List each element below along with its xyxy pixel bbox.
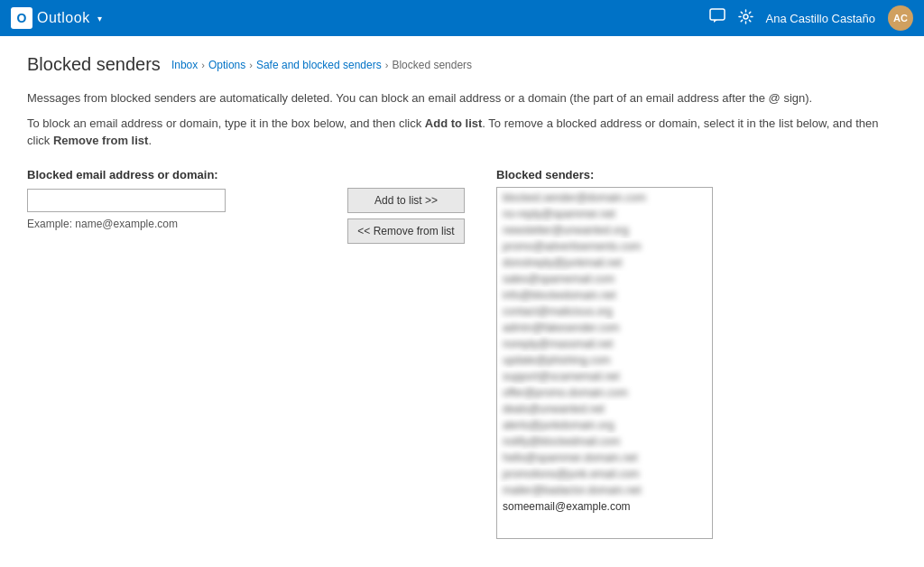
topbar-right: Ana Castillo Castaño AC — [709, 5, 913, 31]
list-item[interactable]: mailer@badactor.domain.net — [497, 482, 712, 498]
list-item[interactable]: newsletter@unwanted.org — [497, 222, 712, 238]
blocked-senders-list[interactable]: blocked.sender@domain.comno-reply@spamme… — [496, 187, 713, 539]
chat-icon[interactable] — [709, 8, 725, 28]
add-to-list-bold: Add to list — [425, 116, 483, 130]
list-item[interactable]: hello@spammer.domain.net — [497, 450, 712, 466]
breadcrumb-options[interactable]: Options — [208, 59, 245, 71]
list-item[interactable]: someemail@example.com — [497, 498, 712, 515]
field-label: Blocked email address or domain: — [27, 168, 316, 181]
breadcrumb-sep-2: › — [249, 60, 253, 70]
left-panel: Blocked email address or domain: Example… — [27, 168, 316, 230]
button-panel: Add to list >> << Remove from list — [343, 188, 469, 244]
list-item[interactable]: promo@advertisements.com — [497, 238, 712, 255]
list-item[interactable]: noreply@massmail.net — [497, 336, 712, 352]
right-panel: Blocked senders: blocked.sender@domain.c… — [496, 168, 897, 539]
add-to-list-button[interactable]: Add to list >> — [347, 188, 465, 213]
remove-from-list-button[interactable]: << Remove from list — [347, 218, 465, 244]
instruction-text: To block an email address or domain, typ… — [27, 115, 897, 150]
svg-rect-0 — [710, 9, 725, 20]
outlook-logo-text: Outlook — [37, 10, 90, 26]
list-item[interactable]: support@scamemail.net — [497, 368, 712, 385]
topbar-dropdown-arrow[interactable]: ▾ — [97, 14, 102, 23]
topbar: O Outlook ▾ Ana Castillo Castaño AC — [0, 0, 924, 36]
topbar-left: O Outlook ▾ — [11, 7, 102, 29]
breadcrumb-sep-1: › — [201, 60, 205, 70]
list-item[interactable]: contact@malicious.org — [497, 303, 712, 320]
list-item[interactable]: offer@promo.domain.com — [497, 385, 712, 401]
list-item[interactable]: blocked.sender@domain.com — [497, 190, 712, 206]
list-item[interactable]: deals@unwanted.net — [497, 401, 712, 417]
description-text: Messages from blocked senders are automa… — [27, 89, 897, 107]
outlook-logo[interactable]: O Outlook — [11, 7, 90, 29]
user-name[interactable]: Ana Castillo Castaño — [766, 12, 875, 25]
breadcrumb-current: Blocked senders — [392, 59, 472, 71]
breadcrumb-inbox[interactable]: Inbox — [171, 59, 198, 71]
form-area: Blocked email address or domain: Example… — [27, 168, 897, 539]
list-item[interactable]: alerts@junkdomain.org — [497, 417, 712, 433]
user-avatar[interactable]: AC — [888, 5, 913, 31]
list-item[interactable]: promotions@junk.email.com — [497, 466, 712, 482]
list-item[interactable]: no-reply@spammer.net — [497, 206, 712, 222]
outlook-logo-icon: O — [11, 7, 32, 29]
remove-from-list-bold: Remove from list — [53, 134, 148, 147]
list-label: Blocked senders: — [496, 168, 897, 181]
breadcrumb: Blocked senders Inbox › Options › Safe a… — [27, 54, 897, 75]
list-item[interactable]: admin@fakesender.com — [497, 320, 712, 336]
instruction-prefix: To block an email address or domain, typ… — [27, 116, 425, 130]
list-item[interactable]: sales@spamemail.com — [497, 271, 712, 287]
page-title: Blocked senders — [27, 54, 161, 75]
list-item[interactable]: notify@blockedmail.com — [497, 433, 712, 450]
instruction-suffix: . — [148, 134, 152, 147]
main-content: Blocked senders Inbox › Options › Safe a… — [0, 36, 924, 567]
settings-icon[interactable] — [738, 9, 753, 28]
list-item[interactable]: update@phishing.com — [497, 352, 712, 368]
email-input[interactable] — [27, 189, 226, 212]
list-item[interactable]: donotreply@junkmail.net — [497, 255, 712, 271]
example-text: Example: name@example.com — [27, 218, 316, 230]
list-item[interactable]: info@blockedomain.net — [497, 287, 712, 303]
breadcrumb-safe-blocked[interactable]: Safe and blocked senders — [256, 59, 382, 71]
breadcrumb-sep-3: › — [385, 60, 389, 70]
svg-point-1 — [744, 14, 748, 19]
